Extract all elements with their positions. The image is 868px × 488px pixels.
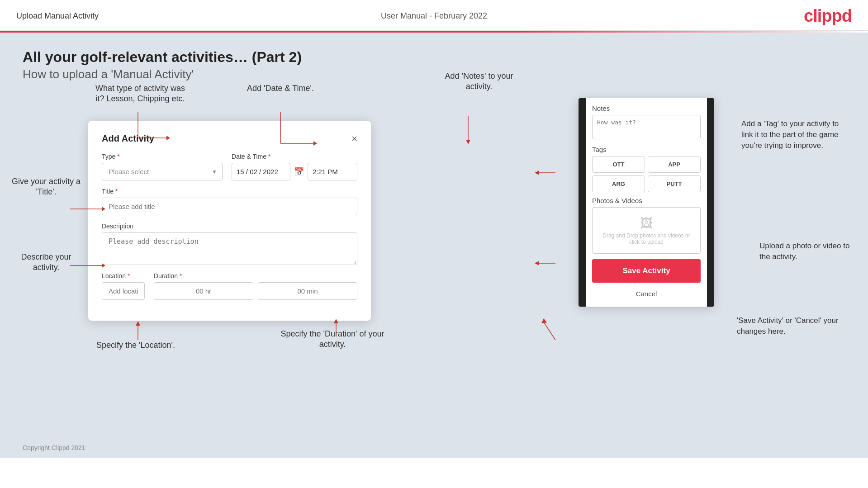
date-time-group: Date & Time * 📅 [232, 153, 357, 180]
type-select-wrapper[interactable]: Please select [102, 163, 223, 180]
main-content: All your golf-relevant activities… (Part… [0, 33, 868, 458]
phone-panel: Notes Tags OTT APP ARG PUTT Photos & Vid… [579, 98, 714, 307]
page-title: Upload Manual Activity [16, 11, 99, 21]
location-group: Location * [102, 272, 145, 300]
upload-icon: 🖼 [640, 216, 653, 231]
upload-text: Drag and Drop photos and videos or click… [597, 232, 696, 245]
svg-marker-21 [541, 318, 547, 323]
svg-line-20 [544, 322, 555, 340]
section-title: All your golf-relevant activities… (Part… [23, 49, 845, 66]
duration-inputs [154, 282, 357, 300]
duration-group: Duration * [154, 272, 357, 300]
duration-hr-input[interactable] [154, 282, 253, 300]
photo-upload-area[interactable]: 🖼 Drag and Drop photos and videos or cli… [592, 207, 701, 254]
footer-copyright: Copyright Clippd 2021 [23, 444, 85, 451]
logo: clippd [804, 6, 852, 26]
photos-section-label: Photos & Videos [592, 197, 701, 204]
type-date-row: Type * Please select Date & Time * 📅 [102, 153, 357, 180]
title-field-label: Title * [102, 188, 357, 195]
location-input[interactable] [102, 282, 145, 300]
description-label: Description [102, 223, 357, 230]
svg-marker-11 [136, 321, 140, 326]
location-label: Location * [102, 272, 145, 280]
annotation-notes: Add 'Notes' to your activity. [434, 71, 524, 92]
annotation-location: Specify the 'Location'. [90, 340, 181, 351]
dialog-title: Add Activity [102, 133, 154, 144]
type-group: Type * Please select [102, 153, 223, 180]
date-label: Date & Time * [232, 153, 357, 160]
annotation-save: 'Save Activity' or 'Cancel' your changes… [737, 315, 850, 337]
cancel-button[interactable]: Cancel [592, 287, 701, 300]
date-input-group: 📅 [232, 163, 357, 180]
add-activity-dialog: Add Activity × Type * Please select Date… [88, 121, 371, 321]
svg-marker-19 [535, 261, 539, 265]
title-input[interactable] [102, 198, 357, 215]
save-activity-button[interactable]: Save Activity [592, 259, 701, 283]
phone-inner: Notes Tags OTT APP ARG PUTT Photos & Vid… [586, 98, 707, 307]
phone-right-bar [707, 98, 714, 307]
dialog-header: Add Activity × [102, 133, 357, 144]
type-label: Type * [102, 153, 223, 160]
time-input[interactable] [308, 163, 357, 180]
annotation-duration: Specify the 'Duration' of your activity. [280, 329, 384, 350]
top-bar: Upload Manual Activity User Manual - Feb… [0, 0, 868, 31]
description-group: Description [102, 223, 357, 265]
date-input[interactable] [232, 163, 290, 180]
annotation-upload: Upload a photo or video to the activity. [759, 241, 850, 262]
calendar-icon[interactable]: 📅 [294, 167, 304, 177]
annotation-tag: Add a 'Tag' to your activity to link it … [741, 118, 850, 151]
tag-app[interactable]: APP [648, 156, 701, 173]
close-button[interactable]: × [351, 134, 357, 144]
annotation-describe: Describe your activity. [10, 252, 82, 273]
annotation-date: Add 'Date & Time'. [235, 83, 326, 94]
svg-marker-15 [466, 140, 470, 144]
tag-putt[interactable]: PUTT [648, 175, 701, 192]
annotation-type: What type of activity was it? Lesson, Ch… [90, 83, 190, 104]
phone-left-bar [579, 98, 586, 307]
description-textarea[interactable] [102, 232, 357, 265]
notes-textarea[interactable] [592, 115, 701, 139]
location-duration-row: Location * Duration * [102, 272, 357, 300]
manual-label: User Manual - February 2022 [381, 11, 487, 21]
type-select[interactable]: Please select [102, 163, 223, 180]
duration-min-input[interactable] [258, 282, 357, 300]
tags-section-label: Tags [592, 146, 701, 153]
notes-section-label: Notes [592, 104, 701, 112]
title-group: Title * [102, 188, 357, 215]
duration-label: Duration * [154, 272, 357, 280]
svg-marker-17 [535, 171, 539, 175]
tag-arg[interactable]: ARG [592, 175, 645, 192]
tag-ott[interactable]: OTT [592, 156, 645, 173]
annotation-title: Give your activity a 'Title'. [10, 176, 82, 198]
tags-grid: OTT APP ARG PUTT [592, 156, 701, 192]
